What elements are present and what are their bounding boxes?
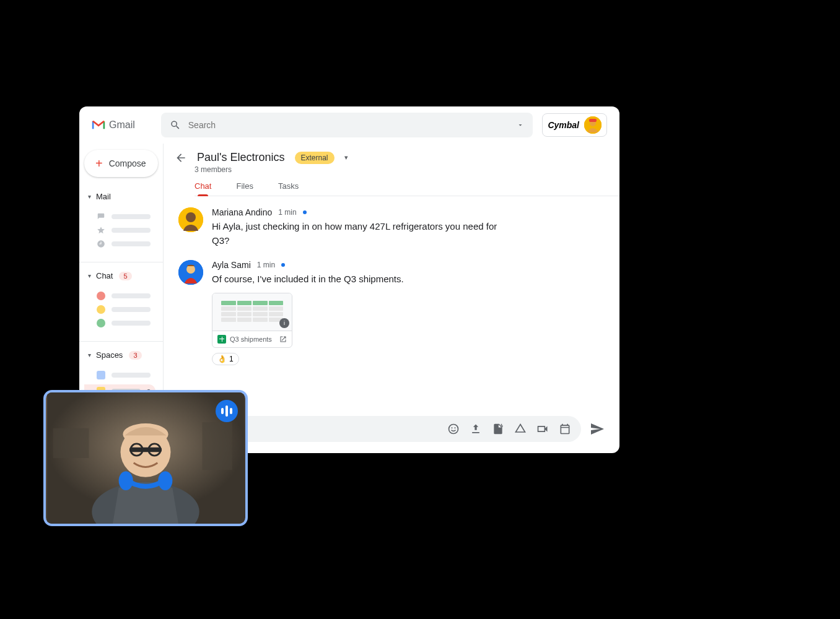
- gmail-m-icon: [92, 120, 105, 130]
- tab-chat[interactable]: Chat: [195, 181, 211, 191]
- drive-icon[interactable]: [514, 423, 527, 435]
- sidebar-section-mail[interactable]: ▾ Mail: [84, 189, 158, 204]
- svg-point-9: [455, 427, 456, 428]
- emoji-icon[interactable]: [447, 423, 460, 435]
- space-header: Paul's Electronics External ▾: [164, 144, 619, 164]
- svg-rect-13: [203, 422, 232, 470]
- spaces-badge: 3: [129, 351, 141, 360]
- sheets-preview-icon: [221, 301, 283, 323]
- svg-point-4: [186, 212, 196, 222]
- message-time: 1 min: [257, 261, 275, 269]
- chat-badge: 5: [119, 272, 131, 280]
- avatar: [178, 207, 203, 232]
- svg-point-7: [449, 425, 458, 434]
- search-dropdown-icon[interactable]: [517, 121, 524, 129]
- tab-tasks[interactable]: Tasks: [278, 181, 299, 191]
- chat-area: Mariana Andino 1 min Hi Ayla, just check…: [164, 196, 619, 410]
- message-time: 1 min: [278, 208, 296, 217]
- new-doc-icon[interactable]: [492, 423, 504, 435]
- gmail-logo[interactable]: Gmail: [92, 119, 135, 131]
- attachment-card[interactable]: i Q3 shipments: [212, 293, 292, 348]
- members-count[interactable]: 3 members: [195, 165, 619, 174]
- status-dot-icon: [303, 210, 307, 214]
- tab-files[interactable]: Files: [236, 181, 253, 191]
- caret-down-icon: ▾: [88, 352, 91, 358]
- star-icon: [97, 226, 105, 235]
- brand-label: Cymbal: [548, 120, 579, 130]
- message-author: Ayla Sami: [212, 260, 251, 270]
- upload-icon[interactable]: [470, 423, 482, 435]
- search-input[interactable]: [188, 120, 509, 130]
- search-box[interactable]: [161, 113, 533, 137]
- compose-button[interactable]: + Compose: [84, 150, 158, 177]
- caret-down-icon: ▾: [88, 193, 91, 200]
- svg-rect-2: [589, 119, 597, 122]
- video-call-overlay[interactable]: [43, 390, 248, 526]
- app-name: Gmail: [109, 119, 135, 131]
- attachment-thumbnail: i: [212, 293, 292, 331]
- back-arrow-icon[interactable]: [175, 152, 187, 164]
- attachment-name: Q3 shipments: [230, 335, 272, 343]
- inbox-icon: [97, 212, 105, 221]
- svg-point-21: [158, 471, 172, 490]
- topbar: Gmail Cymbal: [79, 106, 619, 144]
- open-external-icon[interactable]: [279, 335, 287, 343]
- video-icon[interactable]: [536, 423, 549, 435]
- svg-rect-17: [129, 448, 162, 452]
- space-dropdown-icon[interactable]: ▾: [344, 154, 348, 162]
- message-text: Hi Ayla, just checking in on how many 42…: [212, 220, 509, 248]
- caret-down-icon: ▾: [88, 272, 91, 279]
- avatar: [178, 260, 203, 285]
- svg-point-20: [119, 471, 133, 490]
- compose-label: Compose: [109, 158, 146, 168]
- sidebar-section-chat[interactable]: ▾ Chat 5: [84, 269, 158, 283]
- space-tabs: Chat Files Tasks: [195, 179, 619, 196]
- search-icon: [170, 119, 181, 131]
- sheets-icon: [217, 335, 226, 344]
- video-participant: [46, 392, 245, 524]
- info-badge-icon: i: [279, 318, 289, 328]
- space-title: Paul's Electronics: [197, 151, 285, 164]
- speaking-indicator-icon: [216, 400, 238, 422]
- reaction-count: 1: [229, 355, 234, 363]
- plus-icon: +: [95, 157, 103, 171]
- send-button[interactable]: [590, 422, 605, 436]
- calendar-icon[interactable]: [559, 423, 571, 435]
- chat-items-placeholder: [84, 288, 158, 335]
- mail-items-placeholder: [84, 209, 158, 256]
- message-author: Mariana Andino: [212, 207, 272, 217]
- external-badge: External: [295, 152, 335, 164]
- svg-rect-12: [53, 428, 89, 458]
- sidebar-section-spaces[interactable]: ▾ Spaces 3: [84, 348, 158, 362]
- reaction-emoji: 👌: [217, 355, 227, 363]
- profile-avatar[interactable]: [584, 116, 602, 134]
- reaction-chip[interactable]: 👌 1: [212, 353, 239, 365]
- svg-point-8: [452, 427, 453, 428]
- status-dot-icon: [281, 263, 285, 267]
- svg-point-6: [186, 265, 195, 274]
- chat-message: Mariana Andino 1 min Hi Ayla, just check…: [178, 207, 605, 248]
- chat-message: Ayla Sami 1 min Of course, I've included…: [178, 260, 605, 365]
- brand-chip[interactable]: Cymbal: [542, 113, 607, 137]
- message-text: Of course, I've included it in the Q3 sh…: [212, 272, 509, 287]
- clock-icon: [97, 240, 105, 248]
